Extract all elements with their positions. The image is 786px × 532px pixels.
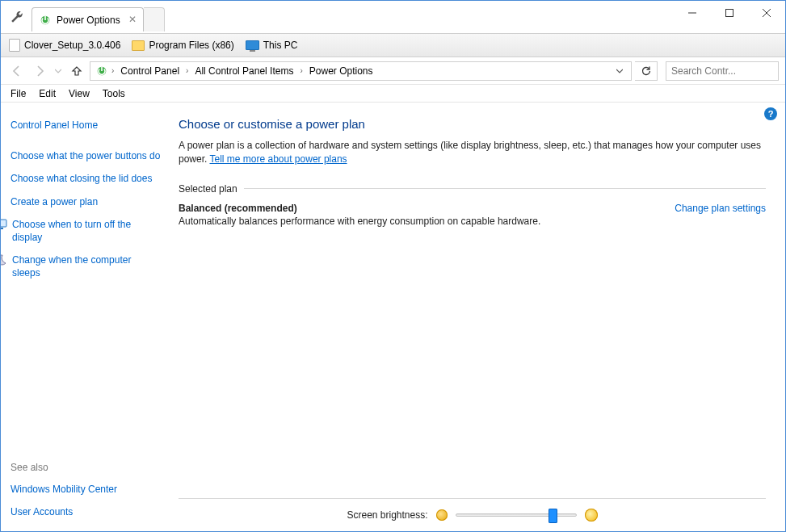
wrench-icon[interactable] <box>6 6 28 28</box>
bookmark-item[interactable]: Clover_Setup_3.0.406 <box>9 39 120 52</box>
tab-title: Power Options <box>57 15 120 26</box>
brightness-low-icon <box>436 509 448 521</box>
brightness-high-icon <box>585 509 598 522</box>
window-close-button[interactable] <box>748 1 785 25</box>
address-bar: › Control Panel › All Control Panel Item… <box>1 57 785 85</box>
moon-icon <box>1 253 7 266</box>
file-icon <box>9 39 20 52</box>
refresh-button[interactable] <box>635 61 658 81</box>
section-heading: Selected plan <box>179 183 237 195</box>
menu-bar: File Edit View Tools <box>1 85 785 103</box>
sidebar-link[interactable]: Choose what closing the lid does <box>11 172 152 185</box>
titlebar: Power Options ✕ <box>1 1 785 33</box>
bookmarks-bar: Clover_Setup_3.0.406 Program Files (x86)… <box>1 33 785 57</box>
menu-file[interactable]: File <box>11 88 26 99</box>
active-tab[interactable]: Power Options ✕ <box>32 7 144 31</box>
svg-rect-5 <box>1 228 3 229</box>
nav-forward-button[interactable] <box>30 61 49 81</box>
breadcrumb-segment[interactable]: All Control Panel Items <box>191 64 296 78</box>
nav-up-button[interactable] <box>67 61 86 81</box>
sidebar-link[interactable]: Change when the computer sleeps <box>12 253 161 279</box>
bookmark-label: Clover_Setup_3.0.406 <box>24 40 120 51</box>
change-plan-settings-link[interactable]: Change plan settings <box>675 203 766 214</box>
control-panel-home-link[interactable]: Control Panel Home <box>11 119 98 132</box>
divider <box>244 188 766 189</box>
search-box[interactable] <box>666 61 779 81</box>
sidebar-link[interactable]: Choose what the power buttons do <box>11 149 160 162</box>
menu-tools[interactable]: Tools <box>103 88 125 99</box>
chevron-right-icon[interactable]: › <box>298 66 304 75</box>
svg-rect-1 <box>726 10 733 17</box>
bookmark-label: Program Files (x86) <box>149 40 233 51</box>
brightness-footer: Screen brightness: <box>179 499 766 531</box>
plan-name: Balanced (recommended) <box>179 203 675 214</box>
seealso-link[interactable]: User Accounts <box>11 505 73 518</box>
pc-icon <box>246 40 259 50</box>
breadcrumb-history-dropdown[interactable] <box>612 68 628 74</box>
slider-thumb[interactable] <box>549 509 557 523</box>
page-description: A power plan is a collection of hardware… <box>179 139 766 167</box>
menu-view[interactable]: View <box>69 88 90 99</box>
brightness-slider[interactable] <box>456 513 577 517</box>
window-minimize-button[interactable] <box>674 1 711 25</box>
nav-recent-dropdown[interactable] <box>53 61 64 81</box>
breadcrumb-segment[interactable]: Control Panel <box>117 64 183 78</box>
plan-description: Automatically balances performance with … <box>179 216 675 227</box>
svg-rect-4 <box>1 220 6 227</box>
tab-close-icon[interactable]: ✕ <box>128 14 137 25</box>
main-content: Choose or customise a power plan A power… <box>170 103 785 531</box>
brightness-label: Screen brightness: <box>347 509 427 521</box>
monitor-icon <box>1 218 7 231</box>
breadcrumb-segment[interactable]: Power Options <box>306 64 376 78</box>
folder-icon <box>132 40 145 51</box>
bookmark-item[interactable]: Program Files (x86) <box>132 40 233 51</box>
power-icon <box>39 14 52 27</box>
see-also-heading: See also <box>11 462 161 473</box>
menu-edit[interactable]: Edit <box>39 88 56 99</box>
new-tab-button[interactable] <box>144 7 165 31</box>
breadcrumb[interactable]: › Control Panel › All Control Panel Item… <box>90 61 632 81</box>
bookmark-item[interactable]: This PC <box>246 40 298 51</box>
sidebar: Control Panel Home Choose what the power… <box>1 103 170 531</box>
seealso-link[interactable]: Windows Mobility Center <box>11 483 117 496</box>
power-icon <box>95 65 108 77</box>
bookmark-label: This PC <box>263 40 298 51</box>
chevron-right-icon[interactable]: › <box>110 66 116 75</box>
chevron-right-icon[interactable]: › <box>184 66 190 75</box>
page-title: Choose or customise a power plan <box>179 117 766 131</box>
search-input[interactable] <box>671 65 786 77</box>
nav-back-button[interactable] <box>7 61 27 81</box>
sidebar-link[interactable]: Choose when to turn off the display <box>12 218 161 244</box>
sidebar-link[interactable]: Create a power plan <box>11 195 98 208</box>
learn-more-link[interactable]: Tell me more about power plans <box>209 153 347 165</box>
window-maximize-button[interactable] <box>711 1 748 25</box>
